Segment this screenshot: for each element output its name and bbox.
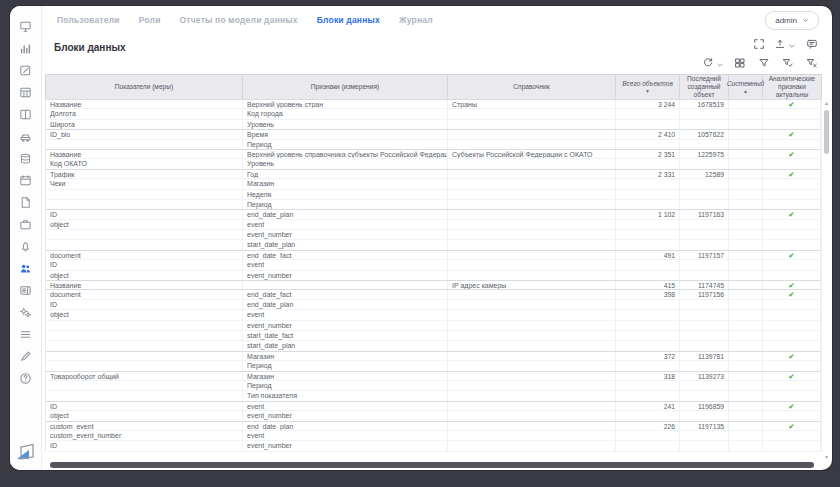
column-header-4[interactable]: Всего объектов▼ bbox=[616, 75, 680, 99]
filter-apply-button[interactable] bbox=[779, 55, 796, 70]
table-row[interactable]: НазваниеВерхний уровень странСтраны3 244… bbox=[46, 99, 821, 109]
column-header-3[interactable]: Справочник bbox=[448, 75, 616, 99]
scroll-up-icon[interactable]: ▲ bbox=[824, 100, 829, 106]
table-row[interactable]: custom_event_numberevent bbox=[46, 431, 821, 441]
column-header-1[interactable]: Показатели (меры) bbox=[46, 75, 243, 99]
table-row[interactable]: Период bbox=[46, 381, 821, 391]
sidebar-item-help[interactable] bbox=[10, 367, 41, 389]
refresh-button[interactable] bbox=[702, 55, 724, 70]
table-row[interactable]: Магазин3721139781✔ bbox=[46, 351, 821, 361]
horizontal-scrollbar-thumb[interactable] bbox=[50, 462, 814, 468]
sidebar bbox=[10, 6, 42, 470]
table-cell: end_date_plan bbox=[243, 422, 448, 430]
user-menu-button[interactable]: admin bbox=[765, 11, 819, 30]
table-cell bbox=[729, 130, 763, 138]
table-row[interactable]: Период bbox=[46, 140, 821, 150]
filter-button[interactable] bbox=[755, 55, 772, 70]
table-row[interactable]: Код ОКАТОУровень bbox=[46, 159, 821, 169]
table-cell: Широта bbox=[46, 120, 243, 129]
table-row[interactable]: Период bbox=[46, 361, 821, 371]
table-row[interactable]: Товарооборот общийМагазин3181139273✔ bbox=[46, 371, 821, 381]
table-row[interactable]: Тип показателя bbox=[46, 391, 821, 401]
sidebar-item-car[interactable] bbox=[10, 125, 41, 147]
table-row[interactable]: IDend_date_plan bbox=[46, 300, 821, 310]
column-header-6[interactable]: Системный ▲ bbox=[729, 75, 763, 99]
table-row[interactable]: objectevent bbox=[46, 220, 821, 230]
table-row[interactable]: IDend_date_plan1 1021197163✔ bbox=[46, 209, 821, 219]
tab-2[interactable]: Роли bbox=[139, 15, 161, 25]
fullscreen-button[interactable] bbox=[750, 36, 767, 51]
table-cell: 491 bbox=[616, 251, 680, 259]
table-cell bbox=[680, 391, 729, 400]
columns-button[interactable] bbox=[731, 55, 748, 70]
sidebar-item-bell[interactable] bbox=[10, 235, 41, 257]
table-row[interactable]: IDevent2411196859✔ bbox=[46, 401, 821, 411]
column-header-7[interactable]: Аналитические признаки актуальны bbox=[763, 75, 821, 99]
table-cell bbox=[616, 391, 680, 400]
table-cell bbox=[448, 179, 616, 188]
table-cell bbox=[680, 179, 729, 188]
table-row[interactable]: start_date_fact bbox=[46, 331, 821, 341]
tab-5[interactable]: Журнал bbox=[399, 15, 433, 25]
table-row[interactable]: ID_bioВремя2 4101057622✔ bbox=[46, 129, 821, 139]
sidebar-item-kanban[interactable] bbox=[10, 103, 41, 125]
table-row[interactable]: ЧекиМагазин bbox=[46, 179, 821, 189]
table-row[interactable]: objectevent_number bbox=[46, 411, 821, 421]
table-cell bbox=[616, 441, 680, 450]
table-row[interactable]: ДолготаКод города bbox=[46, 109, 821, 119]
table-row[interactable]: start_date_plan bbox=[46, 341, 821, 351]
sidebar-item-gears[interactable] bbox=[10, 301, 41, 323]
sidebar-item-monitor[interactable] bbox=[10, 15, 41, 37]
table-row[interactable]: start_date_plan bbox=[46, 240, 821, 250]
table-row[interactable]: documentend_date_fact4911197157✔ bbox=[46, 250, 821, 260]
table-row[interactable]: НазваниеВерхний уровень справочника субъ… bbox=[46, 149, 821, 159]
page-title: Блоки данных bbox=[54, 42, 126, 53]
table-row[interactable]: objectevent bbox=[46, 310, 821, 320]
export-button[interactable] bbox=[774, 36, 796, 51]
table-cell bbox=[729, 109, 763, 118]
tab-4[interactable]: Блоки данных bbox=[317, 15, 380, 25]
sidebar-item-panel-list[interactable] bbox=[10, 279, 41, 301]
table-cell: 1678519 bbox=[680, 100, 729, 108]
table-row[interactable]: objectevent_number bbox=[46, 271, 821, 281]
filter-clear-button[interactable] bbox=[803, 55, 820, 70]
table-row[interactable]: Неделя bbox=[46, 190, 821, 200]
sidebar-item-users[interactable] bbox=[10, 257, 41, 279]
app-logo-icon[interactable] bbox=[15, 442, 37, 462]
table-row[interactable]: IDevent bbox=[46, 260, 821, 270]
table-cell: start_date_fact bbox=[243, 331, 448, 340]
column-header-5[interactable]: Последний созданный объект bbox=[680, 75, 729, 99]
tab-1[interactable]: Пользователи bbox=[57, 15, 120, 25]
table-row[interactable]: ШиротаУровень bbox=[46, 120, 821, 130]
table-cell bbox=[729, 391, 763, 400]
vertical-scrollbar-thumb[interactable] bbox=[824, 110, 829, 154]
sidebar-item-document[interactable] bbox=[10, 191, 41, 213]
table-row[interactable]: ТрафикГод2 33112589✔ bbox=[46, 169, 821, 179]
table-cell bbox=[680, 431, 729, 440]
table-cell bbox=[448, 391, 616, 400]
sidebar-item-calendar[interactable] bbox=[10, 169, 41, 191]
table-row[interactable]: custom_eventend_date_plan2261197135✔ bbox=[46, 421, 821, 431]
sidebar-item-brush[interactable] bbox=[10, 345, 41, 367]
column-header-2[interactable]: Признаки (измерения) bbox=[243, 75, 448, 99]
panel-list-icon bbox=[19, 284, 32, 297]
sidebar-item-bar-chart[interactable] bbox=[10, 37, 41, 59]
table-cell bbox=[729, 352, 763, 360]
sidebar-item-table-grid[interactable] bbox=[10, 81, 41, 103]
sidebar-item-briefcase[interactable] bbox=[10, 213, 41, 235]
scroll-down-icon[interactable]: ▼ bbox=[824, 454, 829, 460]
table-cell bbox=[616, 271, 680, 280]
table-row[interactable]: IDevent_number bbox=[46, 441, 821, 451]
brush-icon bbox=[19, 350, 32, 363]
table-row[interactable]: Период bbox=[46, 200, 821, 210]
tab-3[interactable]: Отчеты по модели данных bbox=[180, 15, 298, 25]
table-row[interactable]: НазваниеIP адрес камеры4151174745✔ bbox=[46, 280, 821, 290]
sidebar-item-edit[interactable] bbox=[10, 59, 41, 81]
table-cell: Неделя bbox=[243, 190, 448, 199]
table-row[interactable]: documentend_date_fact3981197156✔ bbox=[46, 289, 821, 299]
table-row[interactable]: event_number bbox=[46, 230, 821, 240]
sidebar-item-menu[interactable] bbox=[10, 323, 41, 345]
sidebar-item-database[interactable] bbox=[10, 147, 41, 169]
table-row[interactable]: event_number bbox=[46, 321, 821, 331]
comment-button[interactable] bbox=[803, 36, 820, 51]
